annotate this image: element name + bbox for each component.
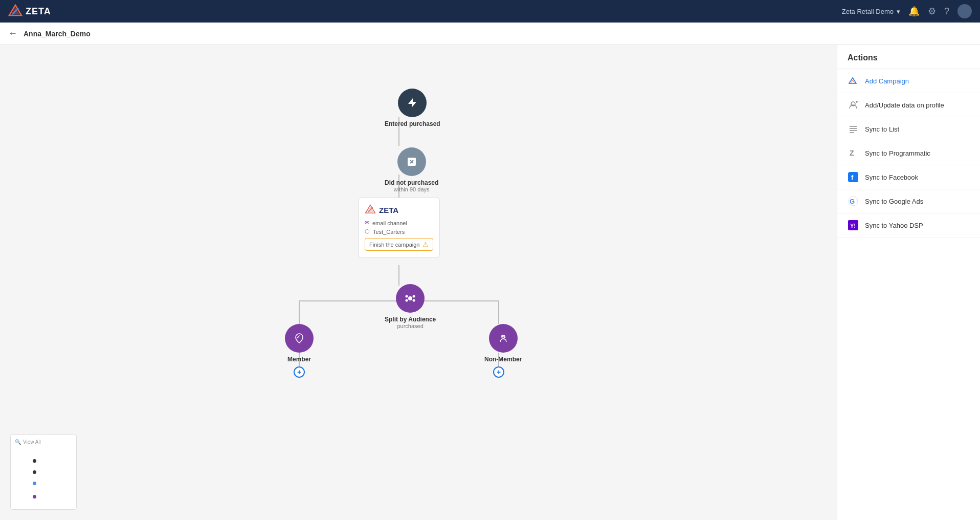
campaign-channel-row: ✉ email channel — [365, 220, 433, 226]
svg-point-20 — [413, 295, 415, 298]
sync-to-list-icon — [848, 123, 859, 135]
sync-to-facebook-label: Sync to Facebook — [865, 174, 918, 181]
account-selector[interactable]: Zeta Retail Demo ▾ — [842, 8, 900, 15]
action-add-campaign[interactable]: Add Campaign — [837, 69, 980, 93]
add-campaign-icon — [848, 75, 859, 86]
entered-purchased-icon — [398, 89, 427, 117]
view-all-label: View All — [23, 439, 41, 445]
mini-dot-4 — [33, 495, 36, 499]
notifications-icon[interactable]: 🔔 — [908, 6, 920, 17]
canvas-area[interactable]: Entered purchased Did not purchased with… — [0, 45, 837, 520]
svg-point-22 — [413, 299, 415, 302]
campaign-logo-text: ZETA — [379, 206, 398, 214]
action-sync-to-google-ads[interactable]: G Sync to Google Ads — [837, 189, 980, 213]
mini-map-search: 🔍 View All — [15, 439, 72, 445]
campaign-card-logo: ZETA — [365, 204, 433, 215]
right-sidebar: Actions Add Campaign Add/U — [837, 45, 980, 520]
add-campaign-label: Add Campaign — [865, 77, 909, 85]
add-update-data-label: Add/Update data on profile — [865, 101, 944, 109]
email-icon: ✉ — [365, 220, 369, 226]
svg-point-21 — [406, 299, 408, 302]
sync-to-programmatic-label: Sync to Programmatic — [865, 149, 930, 157]
svg-point-19 — [406, 295, 408, 298]
member-icon — [285, 324, 314, 353]
campaign-name-row: ⬡ Test_Carters — [365, 228, 433, 235]
subheader: ← Anna_March_Demo — [0, 23, 980, 45]
campaign-card[interactable]: ZETA ✉ email channel ⬡ Test_Carters Fini… — [358, 198, 440, 257]
mini-dot-3 — [33, 482, 36, 485]
warning-triangle-icon: ⚠ — [422, 241, 429, 248]
did-not-purchased-sublabel: within 90 days — [394, 186, 430, 192]
svg-text:Y!: Y! — [850, 223, 856, 229]
add-member-step-button[interactable]: + — [294, 366, 305, 378]
back-button[interactable]: ← — [8, 28, 17, 39]
sync-to-yahoo-dsp-icon: Y! — [848, 220, 859, 231]
mini-dot-2 — [33, 470, 36, 474]
main-layout: Entered purchased Did not purchased with… — [0, 45, 980, 520]
node-non-member[interactable]: Non-Member — [484, 324, 522, 363]
non-member-icon — [489, 324, 518, 353]
add-update-data-icon — [848, 99, 859, 111]
add-non-member-step-button[interactable]: + — [493, 366, 504, 378]
mini-dot-1 — [33, 459, 36, 463]
action-sync-to-yahoo-dsp[interactable]: Y! Sync to Yahoo DSP — [837, 213, 980, 237]
user-avatar[interactable] — [957, 4, 972, 18]
did-not-purchased-label: Did not purchased — [385, 179, 438, 186]
split-by-audience-label: Split by Audience — [385, 316, 436, 323]
entered-purchased-label: Entered purchased — [385, 120, 440, 127]
mini-map: 🔍 View All — [10, 435, 77, 510]
warning-text: Finish the campaign — [369, 242, 419, 248]
node-did-not-purchased[interactable]: Did not purchased within 90 days — [385, 147, 438, 192]
node-entered-purchased[interactable]: Entered purchased — [385, 89, 440, 127]
split-by-audience-icon — [396, 284, 425, 313]
tag-icon: ⬡ — [365, 228, 370, 235]
svg-text:G: G — [850, 198, 855, 205]
settings-icon[interactable]: ⚙ — [928, 6, 936, 17]
sync-to-google-ads-label: Sync to Google Ads — [865, 198, 923, 205]
page-title: Anna_March_Demo — [24, 30, 91, 38]
svg-text:Z: Z — [850, 149, 854, 157]
sync-to-list-label: Sync to List — [865, 125, 899, 133]
zeta-logo[interactable]: ZETA — [8, 4, 51, 18]
non-member-label: Non-Member — [484, 356, 522, 363]
campaign-warning[interactable]: Finish the campaign ⚠ — [365, 238, 433, 251]
nav-right: Zeta Retail Demo ▾ 🔔 ⚙ ? — [842, 4, 972, 18]
action-add-update-data[interactable]: Add/Update data on profile — [837, 93, 980, 117]
campaign-name-label: Test_Carters — [373, 229, 405, 235]
nav-left: ZETA — [8, 4, 51, 18]
action-sync-to-facebook[interactable]: f Sync to Facebook — [837, 165, 980, 189]
search-icon: 🔍 — [15, 439, 21, 445]
action-sync-to-programmatic[interactable]: Z Sync to Programmatic — [837, 141, 980, 165]
action-sync-to-list[interactable]: Sync to List — [837, 117, 980, 141]
account-name: Zeta Retail Demo — [842, 8, 894, 15]
sync-to-google-ads-icon: G — [848, 196, 859, 207]
node-member[interactable]: Member — [285, 324, 314, 363]
did-not-purchased-icon — [397, 147, 426, 176]
split-by-audience-sublabel: purchased — [397, 323, 423, 329]
sync-to-facebook-icon: f — [848, 171, 859, 183]
sync-to-programmatic-icon: Z — [848, 147, 859, 159]
campaign-channel-label: email channel — [372, 220, 407, 226]
sync-to-yahoo-dsp-label: Sync to Yahoo DSP — [865, 222, 923, 229]
chevron-down-icon: ▾ — [897, 8, 900, 15]
top-navigation: ZETA Zeta Retail Demo ▾ 🔔 ⚙ ? — [0, 0, 980, 23]
logo-text: ZETA — [26, 6, 51, 17]
node-split-by-audience[interactable]: Split by Audience purchased — [385, 284, 436, 329]
svg-point-18 — [408, 296, 412, 300]
svg-text:f: f — [851, 174, 854, 181]
member-label: Member — [287, 356, 311, 363]
sidebar-title: Actions — [837, 53, 980, 69]
help-icon[interactable]: ? — [944, 6, 949, 17]
